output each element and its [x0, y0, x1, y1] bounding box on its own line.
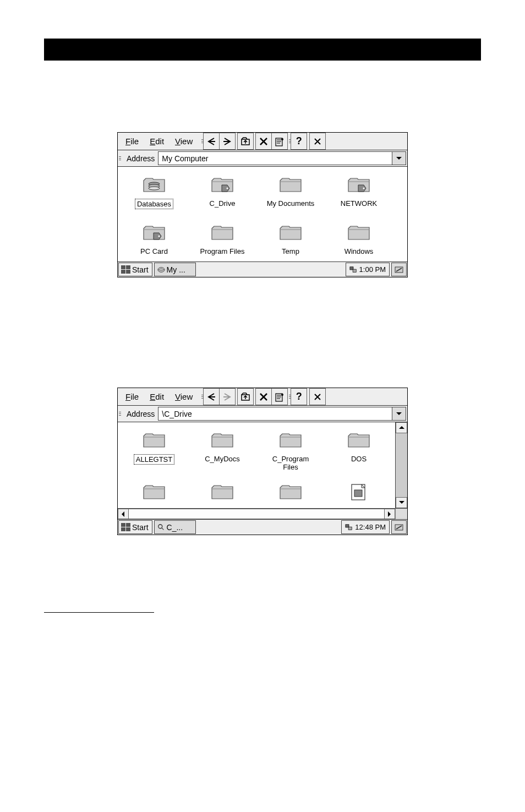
- header-black-bar: [44, 39, 481, 61]
- back-button[interactable]: [203, 388, 220, 405]
- folder-view[interactable]: ALLEGTST C_MyDocs C_ProgramFiles DOS: [118, 422, 395, 508]
- folder-item[interactable]: Databases: [120, 170, 188, 209]
- system-tray-clock[interactable]: 12:48 PM: [341, 520, 390, 534]
- folder-item[interactable]: DOS: [325, 426, 393, 472]
- scroll-track[interactable]: [396, 433, 407, 497]
- footer-rule: [44, 612, 154, 613]
- menu-view[interactable]: View: [169, 388, 198, 405]
- menu-file[interactable]: File: [120, 388, 144, 405]
- folder-icon: [188, 221, 256, 243]
- up-button[interactable]: [237, 133, 254, 150]
- item-label: C_ProgramFiles: [271, 454, 310, 472]
- folder-item[interactable]: [256, 477, 325, 503]
- up-button[interactable]: [237, 388, 254, 405]
- item-label: PC Card: [139, 247, 169, 256]
- menu-file[interactable]: File: [120, 133, 144, 150]
- help-button[interactable]: ?: [291, 133, 307, 150]
- address-dropdown[interactable]: [392, 151, 406, 165]
- system-tray-clock[interactable]: 1:00 PM: [346, 263, 390, 276]
- folder-icon: [256, 481, 325, 503]
- properties-button[interactable]: [271, 133, 288, 150]
- explorer-window-1: File Edit View ? Address My Computer: [117, 132, 408, 277]
- menu-edit[interactable]: Edit: [144, 133, 169, 150]
- folder-view[interactable]: Databases C_Drive My Documents NETWORK P…: [118, 167, 407, 261]
- item-label: Temp: [280, 247, 301, 256]
- scroll-left[interactable]: [118, 509, 129, 519]
- item-label: DOS: [349, 454, 368, 464]
- address-input[interactable]: \C_Drive: [158, 407, 392, 421]
- folder-icon: [325, 429, 393, 451]
- back-button[interactable]: [203, 133, 220, 150]
- scroll-corner: [395, 509, 407, 519]
- folder-icon: [188, 429, 256, 451]
- menu-view[interactable]: View: [169, 133, 198, 150]
- folder-icon: [188, 481, 256, 503]
- forward-button: [219, 388, 236, 405]
- system-tray-desktop[interactable]: [391, 520, 407, 534]
- properties-button[interactable]: [271, 388, 288, 405]
- folder-item[interactable]: C_MyDocs: [188, 426, 256, 472]
- address-bar: Address \C_Drive: [118, 406, 407, 422]
- folder-tag-icon: [120, 221, 188, 243]
- horizontal-scrollbar[interactable]: [118, 508, 407, 519]
- address-label: Address: [121, 406, 158, 422]
- folder-icon: [256, 429, 325, 451]
- folder-item[interactable]: ALLEGTST: [120, 426, 188, 472]
- taskbar: Start My ... 1:00 PM: [118, 261, 407, 277]
- folder-item[interactable]: [120, 477, 188, 503]
- folder-item[interactable]: C_Drive: [188, 170, 256, 209]
- address-dropdown[interactable]: [392, 407, 406, 421]
- start-button[interactable]: Start: [118, 263, 152, 276]
- folder-item[interactable]: [188, 477, 256, 503]
- address-bar: Address My Computer: [118, 150, 407, 167]
- folder-icon: [120, 481, 188, 503]
- start-button[interactable]: Start: [118, 520, 152, 534]
- delete-button[interactable]: [255, 388, 272, 405]
- taskbar-app[interactable]: My ...: [154, 263, 196, 276]
- item-label: C_MyDocs: [203, 454, 242, 464]
- close-button[interactable]: [309, 133, 326, 150]
- folder-item[interactable]: Temp: [256, 218, 325, 256]
- forward-button[interactable]: [219, 133, 236, 150]
- toolbar: File Edit View ?: [118, 133, 407, 150]
- file-icon: [325, 481, 393, 503]
- item-label: ALLEGTST: [134, 454, 174, 465]
- item-label: Program Files: [199, 247, 247, 256]
- item-label: C_Drive: [208, 199, 237, 208]
- folder-item[interactable]: My Documents: [256, 170, 325, 209]
- folder-item[interactable]: [325, 477, 393, 503]
- close-button[interactable]: [309, 388, 326, 405]
- item-label: My Documents: [265, 199, 316, 208]
- folder-icon: [325, 221, 393, 243]
- address-input[interactable]: My Computer: [158, 151, 392, 165]
- address-label: Address: [121, 150, 158, 166]
- system-tray-desktop[interactable]: [391, 263, 407, 276]
- folder-icon: [120, 429, 188, 451]
- folder-tag-icon: [188, 173, 256, 195]
- help-button[interactable]: ?: [291, 388, 307, 405]
- scroll-down[interactable]: [396, 497, 407, 508]
- item-label: NETWORK: [339, 199, 379, 208]
- item-label: Databases: [135, 199, 173, 209]
- folder-item[interactable]: Windows: [325, 218, 393, 256]
- item-label: Windows: [343, 247, 375, 256]
- menu-edit[interactable]: Edit: [144, 388, 169, 405]
- stack-icon: [120, 173, 188, 195]
- scroll-right[interactable]: [384, 509, 395, 519]
- folder-icon: [256, 221, 325, 243]
- folder-item[interactable]: C_ProgramFiles: [256, 426, 325, 472]
- scroll-track[interactable]: [129, 509, 384, 519]
- folder-tag-icon: [325, 173, 393, 195]
- delete-button[interactable]: [255, 133, 272, 150]
- folder-item[interactable]: Program Files: [188, 218, 256, 256]
- folder-icon: [256, 173, 325, 195]
- folder-item[interactable]: PC Card: [120, 218, 188, 256]
- vertical-scrollbar[interactable]: [395, 422, 407, 508]
- scroll-up[interactable]: [396, 422, 407, 433]
- taskbar-app[interactable]: C_...: [154, 520, 196, 534]
- explorer-window-2: File Edit View ? Address \C_Drive: [117, 388, 408, 535]
- toolbar: File Edit View ?: [118, 388, 407, 406]
- folder-item[interactable]: NETWORK: [325, 170, 393, 209]
- taskbar: Start C_... 12:48 PM: [118, 519, 407, 535]
